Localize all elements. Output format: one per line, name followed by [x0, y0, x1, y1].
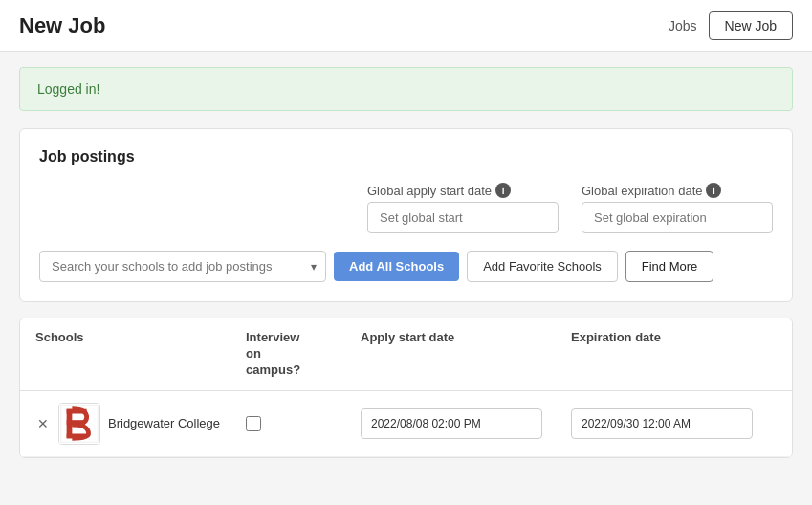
global-start-label: Global apply start date i — [367, 183, 559, 198]
search-buttons-row: ▾ Add All Schools Add Favorite Schools F… — [39, 251, 773, 282]
remove-school-button[interactable]: ✕ — [35, 417, 51, 430]
expiration-date-input[interactable] — [571, 408, 753, 439]
table-row: ✕ — [20, 391, 792, 457]
school-logo — [58, 403, 100, 445]
school-name: Bridgewater College — [108, 416, 220, 430]
alert-success: Logged in! — [19, 67, 793, 111]
expiration-date-cell — [571, 408, 762, 439]
apply-start-cell — [361, 408, 571, 439]
global-start-info-icon[interactable]: i — [495, 183, 511, 198]
top-bar: New Job Jobs New Job — [0, 0, 812, 52]
col-expiration: Expiration date — [571, 330, 762, 379]
global-expiration-info-icon[interactable]: i — [706, 183, 721, 198]
global-expiration-input[interactable] — [582, 202, 773, 233]
top-bar-actions: Jobs New Job — [669, 11, 793, 40]
find-more-button[interactable]: Find More — [625, 251, 714, 282]
col-interview: Interviewoncampus? — [246, 330, 361, 379]
job-postings-title: Job postings — [39, 148, 773, 165]
school-cell: ✕ — [35, 403, 246, 445]
page-title: New Job — [19, 13, 105, 38]
col-apply-start: Apply start date — [361, 330, 571, 379]
bridgewater-logo-svg — [59, 404, 99, 444]
apply-start-date-input[interactable] — [361, 408, 542, 439]
global-start-field: Global apply start date i — [367, 183, 559, 233]
interview-campus-cell — [246, 416, 361, 431]
school-search-wrapper: ▾ — [39, 251, 326, 282]
new-job-button[interactable]: New Job — [709, 11, 793, 40]
schools-table-card: Schools Interviewoncampus? Apply start d… — [19, 318, 793, 458]
jobs-link[interactable]: Jobs — [669, 18, 697, 33]
global-expiration-field: Global expiration date i — [582, 183, 773, 233]
add-favorite-schools-button[interactable]: Add Favorite Schools — [467, 251, 618, 282]
add-all-schools-button[interactable]: Add All Schools — [334, 252, 459, 281]
interview-campus-checkbox[interactable] — [246, 416, 261, 431]
table-header: Schools Interviewoncampus? Apply start d… — [20, 318, 792, 391]
school-search-input[interactable] — [39, 251, 326, 282]
col-schools: Schools — [35, 330, 246, 379]
global-expiration-label: Global expiration date i — [582, 183, 773, 198]
date-row: Global apply start date i Global expirat… — [39, 183, 773, 233]
job-postings-card: Job postings Global apply start date i G… — [19, 128, 793, 302]
alert-message: Logged in! — [37, 81, 99, 97]
main-content: Logged in! Job postings Global apply sta… — [0, 52, 812, 473]
global-start-input[interactable] — [367, 202, 559, 233]
